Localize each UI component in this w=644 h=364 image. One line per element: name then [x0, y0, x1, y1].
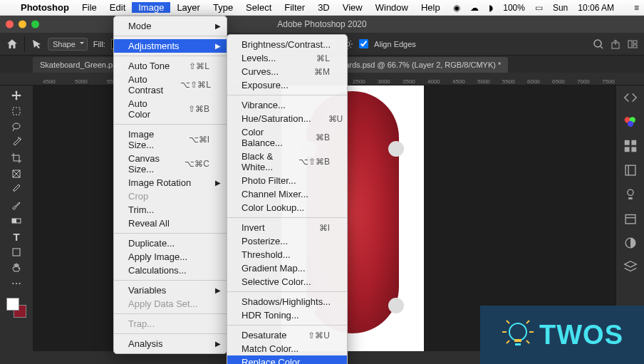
menu-item-auto-tone[interactable]: Auto Tone⇧⌘L: [114, 59, 227, 73]
menu-item-auto-color[interactable]: Auto Color⇧⌘B: [114, 97, 227, 121]
tools-panel: T ⋯: [0, 85, 33, 351]
menu-item-black-white[interactable]: Black & White...⌥⇧⌘B: [227, 150, 347, 174]
menu-item-canvas-size[interactable]: Canvas Size...⌥⌘C: [114, 152, 227, 176]
color-swatches[interactable]: [6, 298, 26, 318]
more-tools[interactable]: ⋯: [9, 276, 24, 291]
menu-item-mode[interactable]: Mode▶: [114, 19, 227, 33]
menu-item-image-rotation[interactable]: Image Rotation▶: [114, 176, 227, 189]
align-edges-checkbox[interactable]: [359, 39, 368, 48]
menu-3d[interactable]: 3D: [311, 2, 336, 13]
menu-item-auto-contrast[interactable]: Auto Contrast⌥⇧⌘L: [114, 73, 227, 97]
zoom-window-button[interactable]: [31, 21, 39, 28]
active-tool-icon[interactable]: [31, 38, 42, 50]
layers-panel-icon[interactable]: [623, 259, 638, 275]
menu-filter[interactable]: Filter: [278, 2, 311, 13]
menu-item-label: Posterize...: [242, 236, 288, 246]
menu-item-levels[interactable]: Levels...⌘L: [227, 51, 347, 65]
menu-select[interactable]: Select: [239, 2, 278, 13]
menu-item-trim[interactable]: Trim...: [114, 203, 227, 217]
artboard-tool[interactable]: [9, 104, 24, 118]
hand-tool[interactable]: [9, 261, 24, 275]
menu-item-label: Crop: [128, 191, 148, 202]
eyedropper-tool[interactable]: [9, 182, 24, 197]
clock-time[interactable]: 10:06 AM: [573, 3, 619, 13]
crop-tool[interactable]: [9, 151, 24, 165]
menu-item-color-balance[interactable]: Color Balance...⌘B: [227, 125, 347, 150]
menu-item-shadows-highlights[interactable]: Shadows/Highlights...: [227, 295, 347, 308]
swatches-panel-icon[interactable]: [623, 138, 638, 154]
menu-item-label: Trap...: [128, 318, 155, 329]
clock-day[interactable]: Sun: [548, 3, 573, 13]
menu-item-photo-filter[interactable]: Photo Filter...: [227, 174, 347, 187]
menu-item-brightness-contrast[interactable]: Brightness/Contrast...: [227, 38, 347, 51]
app-menu[interactable]: Photoshop: [14, 2, 76, 13]
color-panel-icon[interactable]: [623, 114, 638, 130]
learn-panel-icon[interactable]: [623, 187, 638, 202]
properties-panel-icon[interactable]: [623, 162, 638, 178]
menu-item-channel-mixer[interactable]: Channel Mixer...: [227, 187, 347, 201]
brush-tool[interactable]: [9, 198, 24, 212]
menu-shortcut: ⌥⇧⌘L: [163, 80, 211, 90]
menu-layer[interactable]: Layer: [170, 2, 207, 13]
workspace-icon[interactable]: [627, 38, 638, 50]
move-tool[interactable]: [9, 88, 24, 103]
menu-item-hdr-toning[interactable]: HDR Toning...: [227, 308, 347, 322]
gradient-tool[interactable]: [9, 214, 24, 228]
menu-view[interactable]: View: [336, 2, 369, 13]
panel-expand-icon[interactable]: [623, 90, 638, 105]
menu-shortcut: ⌘M: [297, 67, 330, 77]
adjustments-panel-icon[interactable]: [623, 235, 638, 251]
menu-item-reveal-all[interactable]: Reveal All: [114, 217, 227, 230]
menu-item-curves[interactable]: Curves...⌘M: [227, 65, 347, 78]
menu-item-analysis[interactable]: Analysis▶: [114, 337, 227, 350]
frame-tool[interactable]: [9, 167, 24, 181]
foreground-color[interactable]: [6, 298, 19, 311]
close-window-button[interactable]: [6, 21, 14, 28]
menu-image[interactable]: Image: [132, 2, 170, 13]
shape-tool[interactable]: [9, 245, 24, 259]
lasso-tool[interactable]: [9, 120, 24, 134]
search-icon[interactable]: [593, 38, 604, 50]
menu-item-replace-color[interactable]: Replace Color...: [227, 355, 347, 364]
menu-item-label: Image Rotation: [128, 177, 191, 188]
menu-edit[interactable]: Edit: [103, 2, 132, 13]
libraries-panel-icon[interactable]: [623, 211, 638, 227]
menu-item-apply-image[interactable]: Apply Image...: [114, 250, 227, 264]
menu-type[interactable]: Type: [207, 2, 239, 13]
cloud-icon[interactable]: ☁: [465, 3, 484, 13]
menu-item-label: Color Lookup...: [242, 202, 304, 213]
menu-item-hue-saturation[interactable]: Hue/Saturation...⌘U: [227, 112, 347, 125]
menu-item-match-color[interactable]: Match Color...: [227, 342, 347, 355]
menu-item-color-lookup[interactable]: Color Lookup...: [227, 201, 347, 214]
minimize-window-button[interactable]: [19, 21, 26, 28]
home-icon[interactable]: [6, 38, 19, 51]
menu-item-invert[interactable]: Invert⌘I: [227, 221, 347, 234]
ruler-tick: 6500: [552, 78, 565, 85]
doc-tab-ards[interactable]: × ards.psd @ 66.7% (Layer 2, RGB/8/CMYK)…: [329, 57, 508, 73]
menu-item-exposure[interactable]: Exposure...: [227, 78, 347, 92]
menu-window[interactable]: Window: [369, 2, 415, 13]
cc-status-icon[interactable]: ◉: [448, 3, 465, 13]
menu-item-variables[interactable]: Variables▶: [114, 284, 227, 297]
shape-mode-dropdown[interactable]: Shape: [48, 38, 88, 51]
menu-item-selective-color[interactable]: Selective Color...: [227, 275, 347, 288]
menu-item-label: Exposure...: [242, 80, 289, 90]
menu-item-image-size[interactable]: Image Size...⌥⌘I: [114, 128, 227, 152]
menu-item-desaturate[interactable]: Desaturate⇧⌘U: [227, 328, 347, 342]
menu-item-posterize[interactable]: Posterize...: [227, 234, 347, 248]
menu-item-calculations[interactable]: Calculations...: [114, 264, 227, 277]
menu-item-duplicate[interactable]: Duplicate...: [114, 236, 227, 250]
wifi-icon[interactable]: ◗: [484, 3, 498, 13]
menu-item-vibrance[interactable]: Vibrance...: [227, 98, 347, 112]
battery-icon[interactable]: ▭: [530, 3, 548, 13]
share-icon[interactable]: [610, 38, 621, 50]
menu-file[interactable]: File: [76, 2, 103, 13]
menu-item-adjustments[interactable]: Adjustments▶: [114, 39, 227, 53]
menu-item-threshold[interactable]: Threshold...: [227, 248, 347, 261]
window-controls: [6, 21, 39, 28]
menu-item-gradient-map[interactable]: Gradient Map...: [227, 261, 347, 275]
notification-center-icon[interactable]: ≡: [629, 3, 644, 13]
type-tool[interactable]: T: [9, 229, 24, 244]
wand-tool[interactable]: [9, 135, 24, 150]
menu-help[interactable]: Help: [415, 2, 447, 13]
